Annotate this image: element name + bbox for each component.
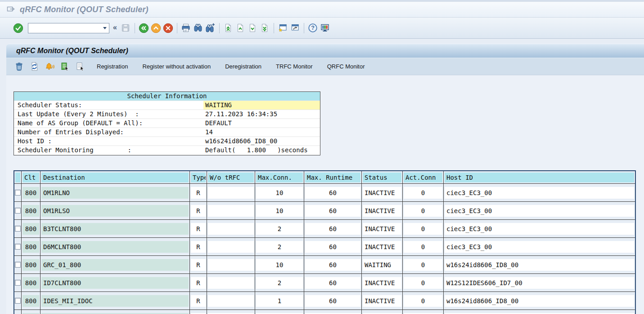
max-runtime-cell: 60 bbox=[304, 292, 362, 309]
type-cell: R bbox=[190, 220, 207, 237]
row-checkbox[interactable] bbox=[15, 244, 21, 250]
new-session-icon bbox=[278, 23, 288, 33]
page-down-button[interactable] bbox=[247, 22, 259, 34]
refresh-button[interactable] bbox=[29, 61, 40, 72]
table-row: 800 ID7CLNT800 R 2 60 INACTIVE 0 W12S12I… bbox=[14, 274, 635, 292]
max-conn-cell: 10 bbox=[255, 202, 304, 219]
row-select-cell bbox=[14, 184, 22, 201]
info-row-host-id: Host ID : w16s24id8606_ID8_00 bbox=[14, 137, 320, 146]
activate-scheduler-button[interactable] bbox=[44, 61, 55, 72]
screen-title: qRFC Monitor (QOUT Scheduler) bbox=[16, 47, 128, 55]
find-button[interactable] bbox=[192, 22, 204, 34]
create-shortcut-button[interactable] bbox=[289, 22, 301, 34]
help-button[interactable]: ? bbox=[307, 22, 319, 34]
standard-toolbar: « bbox=[0, 18, 644, 39]
command-dropdown-icon[interactable] bbox=[101, 23, 109, 33]
window-titlebar: qRFC Monitor (QOUT Scheduler) bbox=[0, 2, 644, 18]
command-field[interactable] bbox=[28, 23, 109, 33]
enter-button[interactable] bbox=[12, 22, 24, 34]
status-cell: INACTIVE bbox=[362, 238, 403, 255]
page-up-button[interactable] bbox=[234, 22, 247, 34]
rfc-table-body: 800 OM1RLNO R 10 60 INACTIVE 0 ciec3_EC3… bbox=[14, 184, 635, 314]
row-select-cell bbox=[14, 238, 22, 255]
host-id-cell: W12S12IDES606_ID7_00 bbox=[444, 274, 635, 291]
host-id-value: w16s24id8606_ID8_00 bbox=[203, 137, 320, 146]
floppy-icon bbox=[121, 23, 131, 33]
host-id-cell: ciec3_EC3_00 bbox=[444, 238, 635, 255]
row-checkbox[interactable] bbox=[15, 298, 21, 304]
max-runtime-cell: 60 bbox=[304, 238, 362, 255]
clt-cell: 800 bbox=[22, 220, 41, 237]
status-cell: INACTIVE bbox=[362, 274, 403, 291]
table-row: 800 OM1RLNO R 10 60 INACTIVE 0 ciec3_EC3… bbox=[14, 184, 635, 202]
register-without-activation-button[interactable]: Register without activation bbox=[139, 61, 214, 72]
help-icon: ? bbox=[308, 23, 318, 33]
wo-trfc-cell bbox=[207, 202, 255, 219]
collapse-toolbar-icon[interactable]: « bbox=[112, 23, 120, 32]
max-conn-cell: 10 bbox=[255, 184, 304, 201]
host-id-cell: ciec3_EC3_00 bbox=[444, 184, 635, 201]
clt-cell: 800 bbox=[22, 292, 41, 309]
first-page-button[interactable] bbox=[222, 22, 234, 34]
info-row-as-group: Name of AS Group (DEFAULT = All): DEFAUL… bbox=[14, 119, 320, 128]
info-row-status: Scheduler Status: WAITING bbox=[14, 101, 320, 110]
select-all-button[interactable] bbox=[59, 61, 71, 72]
act-conn-cell: 0 bbox=[403, 238, 444, 255]
max-runtime-cell: 60 bbox=[304, 202, 362, 219]
screen-menu-icon[interactable] bbox=[6, 4, 16, 16]
find-next-button[interactable] bbox=[204, 22, 216, 34]
header-clt: Clt bbox=[22, 171, 41, 183]
row-checkbox[interactable] bbox=[15, 226, 21, 232]
check-icon bbox=[13, 23, 23, 33]
clt-cell: 800 bbox=[22, 238, 41, 255]
print-button[interactable] bbox=[180, 22, 192, 34]
info-label: Host ID : bbox=[18, 137, 52, 146]
last-page-button[interactable] bbox=[259, 22, 271, 34]
act-conn-cell: 0 bbox=[403, 220, 444, 237]
destination-cell: OM1RLNO bbox=[41, 184, 190, 201]
binoculars-icon bbox=[193, 23, 203, 33]
qrfc-monitor-button[interactable]: QRFC Monitor bbox=[324, 61, 369, 72]
max-runtime-cell: 60 bbox=[304, 274, 362, 291]
type-cell: R bbox=[190, 256, 207, 273]
deselect-all-button[interactable] bbox=[75, 61, 86, 72]
table-row bbox=[14, 310, 635, 314]
type-cell: R bbox=[190, 238, 207, 255]
scheduler-status-value: WAITING bbox=[203, 101, 320, 109]
customize-layout-button[interactable] bbox=[319, 22, 331, 34]
toolbar-separator bbox=[135, 23, 135, 33]
status-cell: INACTIVE bbox=[362, 220, 403, 237]
clt-cell bbox=[22, 310, 41, 314]
registration-button[interactable]: Registration bbox=[93, 61, 131, 72]
cancel-button[interactable] bbox=[162, 22, 174, 34]
destination-cell: ID7CLNT800 bbox=[41, 274, 190, 291]
host-id-cell: w16s24id8606_ID8_00 bbox=[444, 256, 635, 273]
act-conn-cell: 0 bbox=[403, 256, 444, 273]
info-label: Number of Entries Displayed: bbox=[18, 128, 124, 137]
row-checkbox[interactable] bbox=[15, 280, 21, 286]
destination-cell bbox=[41, 310, 190, 314]
wo-trfc-cell bbox=[207, 184, 255, 201]
delete-button[interactable] bbox=[14, 61, 25, 72]
row-checkbox[interactable] bbox=[15, 208, 21, 214]
trfc-monitor-button[interactable]: TRFC Monitor bbox=[272, 61, 316, 72]
row-checkbox[interactable] bbox=[15, 190, 21, 196]
deregistration-button[interactable]: Deregistration bbox=[221, 61, 265, 72]
header-select-box bbox=[15, 173, 20, 182]
act-conn-cell: 0 bbox=[403, 274, 444, 291]
act-conn-cell: 0 bbox=[403, 184, 444, 201]
table-row: 800 IDES_MII_IDOC R 1 60 INACTIVE 0 w16s… bbox=[14, 292, 635, 310]
page-down-icon bbox=[248, 23, 257, 33]
command-input[interactable] bbox=[28, 24, 101, 32]
clt-cell: 800 bbox=[22, 256, 41, 273]
row-checkbox[interactable] bbox=[15, 262, 21, 268]
exit-button[interactable] bbox=[150, 22, 162, 34]
back-button[interactable] bbox=[138, 22, 150, 34]
new-session-button[interactable] bbox=[277, 22, 289, 34]
status-cell: WAITING bbox=[362, 256, 403, 273]
save-button[interactable] bbox=[120, 22, 132, 34]
table-row: 800 OM1RLSO R 10 60 INACTIVE 0 ciec3_EC3… bbox=[14, 202, 635, 220]
status-cell: INACTIVE bbox=[362, 184, 403, 201]
last-update-value: 27.11.2023 16:34:35 bbox=[203, 110, 320, 118]
act-conn-cell: 0 bbox=[403, 292, 444, 309]
